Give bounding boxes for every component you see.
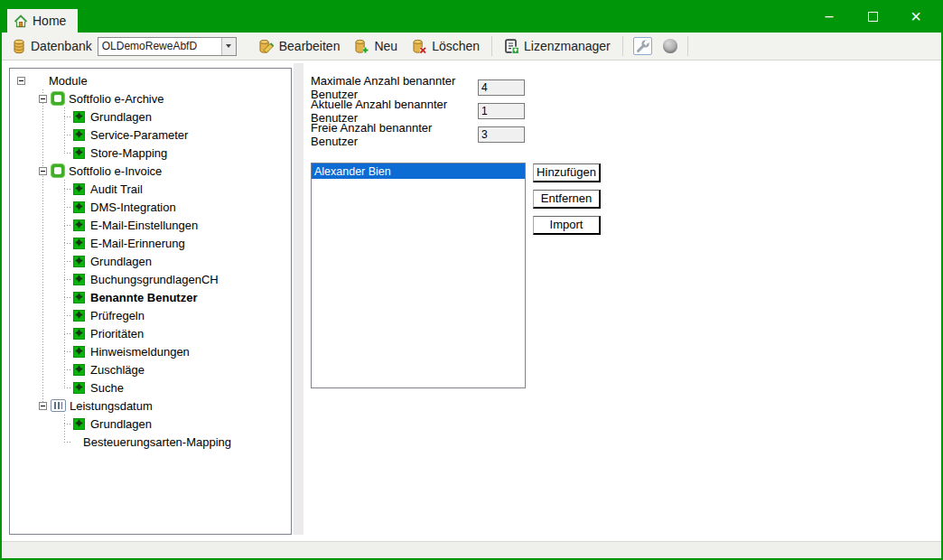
tree-item-label: Benannte Benutzer (90, 291, 197, 304)
tree-connector-line (64, 243, 70, 244)
module-tree: Module Softfolio e-Archive Grundlagen Se… (10, 71, 291, 451)
neu-label: Neu (374, 39, 397, 53)
tree-connector-line (64, 369, 70, 370)
tree-item-grundlagen-invoice[interactable]: Grundlagen (10, 252, 291, 270)
form-row: Freie Anzahl benannter Benutzer (311, 126, 525, 143)
freie-benutzer-field[interactable] (478, 126, 525, 143)
database-select-value: OLDemoReweAbfD (98, 40, 221, 52)
tree-item-label: Besteuerungsarten-Mapping (83, 435, 231, 449)
toolbar-separator (622, 36, 623, 56)
titlebar: Home – × (2, 0, 941, 33)
gear-icon (73, 364, 85, 376)
benutzer-listbox[interactable]: Alexander Bien (311, 163, 526, 388)
tree-item-grundlagen-leistungsdatum[interactable]: Grundlagen (10, 415, 291, 433)
bearbeiten-button[interactable]: Bearbeiten (251, 35, 348, 58)
module-icon (51, 163, 65, 178)
tree-item-email-erinnerung[interactable]: E-Mail-Erinnerung (10, 234, 291, 252)
settings-tool-button[interactable] (628, 34, 658, 58)
list-item-label: Alexander Bien (314, 165, 391, 178)
hinzufuegen-button[interactable]: Hinzufügen (533, 163, 601, 182)
tree-connector-line (64, 351, 70, 352)
tree-item-dms-integration[interactable]: DMS-Integration (10, 198, 291, 216)
tree-item-leistungsdatum[interactable]: Leistungsdatum (10, 397, 291, 415)
tree-item-label: Grundlagen (90, 110, 152, 124)
tree-expander-icon[interactable] (17, 77, 25, 85)
license-manager-icon (504, 39, 519, 54)
tree-item-module[interactable]: Module (10, 71, 291, 89)
minimize-button[interactable]: – (808, 0, 851, 33)
tree-connector-line (64, 333, 70, 334)
form-row: Maximale Anzahl benannter Benutzer (311, 79, 525, 96)
tree-item-label: Store-Mapping (90, 146, 167, 160)
gear-icon (73, 219, 85, 231)
close-button[interactable]: × (894, 0, 938, 33)
tree-connector-line (64, 261, 70, 262)
tree-item-label: Leistungsdatum (70, 399, 153, 413)
tree-item-buchungsgrundlagen-ch[interactable]: BuchungsgrundlagenCH (10, 270, 291, 288)
tree-connector-line (64, 315, 70, 316)
tree-connector-line (64, 189, 70, 190)
tree-expander-icon[interactable] (39, 167, 47, 175)
tree-item-prioritaeten[interactable]: Prioritäten (10, 324, 291, 342)
entfernen-button[interactable]: Entfernen (533, 190, 601, 209)
freie-benutzer-label: Freie Anzahl benannter Benutzer (311, 121, 478, 148)
tree-item-zuschlaege[interactable]: Zuschläge (10, 360, 291, 378)
neu-button[interactable]: Neu (347, 35, 405, 58)
gear-icon (73, 274, 85, 285)
tree-item-label: Hinweismeldungen (90, 345, 190, 359)
gear-icon (73, 147, 85, 159)
tree-item-besteuerungsarten-mapping[interactable]: Besteuerungsarten-Mapping (10, 433, 291, 451)
tree-connector-line (64, 135, 70, 135)
dropdown-arrow-icon[interactable] (221, 38, 236, 55)
tree-expander-icon[interactable] (39, 402, 47, 410)
import-button[interactable]: Import (533, 216, 601, 235)
tree-item-label: DMS-Integration (90, 201, 176, 214)
tree-connector-line (64, 279, 70, 280)
tree-item-hinweismeldungen[interactable]: Hinweismeldungen (10, 342, 291, 360)
tree-connector-line (64, 153, 70, 154)
tree-item-suche[interactable]: Suche (10, 378, 291, 397)
gear-icon (73, 129, 85, 141)
tree-connector-line (64, 117, 70, 117)
globe-button[interactable] (658, 36, 683, 56)
module-tree-panel: Module Softfolio e-Archive Grundlagen Se… (9, 68, 292, 535)
list-item[interactable]: Alexander Bien (312, 163, 525, 179)
tree-item-label: Module (49, 74, 88, 88)
tree-item-store-mapping[interactable]: Store-Mapping (10, 144, 291, 162)
gear-icon (73, 310, 85, 322)
gear-icon (73, 292, 85, 303)
tree-item-label: Zuschläge (90, 363, 145, 377)
panel-splitter[interactable] (294, 63, 303, 535)
tree-expander-icon[interactable] (39, 95, 47, 103)
bearbeiten-label: Bearbeiten (279, 39, 341, 53)
tree-item-pruefregeln[interactable]: Prüfregeln (10, 306, 291, 324)
toolbar-separator (491, 36, 492, 56)
tree-item-label: Softfolio e-Invoice (69, 164, 162, 178)
tree-item-benannte-benutzer[interactable]: Benannte Benutzer (10, 288, 291, 306)
aktuelle-benutzer-field[interactable] (478, 103, 525, 119)
database-icon (13, 39, 25, 54)
loeschen-button[interactable]: Löschen (405, 35, 487, 58)
edit-database-icon (258, 39, 275, 54)
tree-item-grundlagen-archive[interactable]: Grundlagen (10, 107, 291, 126)
tree-item-service-parameter[interactable]: Service-Parameter (10, 126, 291, 144)
maximize-button[interactable] (851, 0, 894, 33)
status-bar (2, 541, 941, 558)
tree-item-audit-trail[interactable]: Audit Trail (10, 180, 291, 198)
tree-connector-line (64, 424, 70, 425)
tree-connector-line (64, 387, 70, 388)
tree-item-label: E-Mail-Erinnerung (90, 237, 185, 250)
tab-home[interactable]: Home (7, 9, 78, 33)
globe-icon (663, 39, 677, 53)
tree-item-email-einstellungen[interactable]: E-Mail-Einstellungen (10, 216, 291, 234)
gear-icon (73, 328, 85, 340)
tree-item-softfolio-e-invoice[interactable]: Softfolio e-Invoice (10, 162, 291, 180)
app-window: Home – × Datenbank OLDemoReweAbfD (0, 0, 943, 560)
tree-item-label: Prüfregeln (90, 309, 145, 322)
tree-item-softfolio-e-archive[interactable]: Softfolio e-Archive (10, 89, 291, 107)
maximize-icon (868, 12, 878, 22)
max-benutzer-field[interactable] (478, 79, 525, 96)
tab-home-label: Home (33, 14, 66, 28)
lizenzmanager-button[interactable]: Lizenzmanager (497, 35, 618, 58)
database-select[interactable]: OLDemoReweAbfD (98, 37, 237, 56)
